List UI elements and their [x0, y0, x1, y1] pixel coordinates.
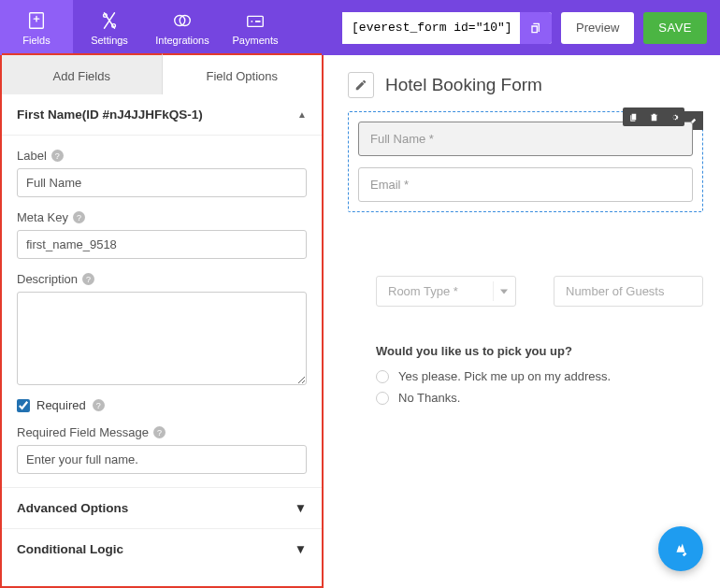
preview-field-email[interactable]: Email *	[358, 167, 693, 202]
accordion-advanced-label: Advanced Options	[17, 501, 128, 515]
shortcode-field	[342, 12, 552, 44]
tab-field-options[interactable]: Field Options	[163, 53, 323, 94]
preview-field-email-placeholder: Email *	[370, 178, 409, 192]
svg-point-6	[251, 21, 252, 22]
accordion-advanced-options[interactable]: Advanced Options ▼	[2, 487, 322, 528]
svg-rect-7	[255, 21, 261, 22]
nav-integrations[interactable]: Integrations	[146, 0, 219, 55]
nav-settings-label: Settings	[91, 35, 128, 46]
tab-add-fields[interactable]: Add Fields	[2, 53, 163, 94]
preview-field-roomtype[interactable]: Room Type *	[376, 276, 516, 307]
accordion-conditional-logic[interactable]: Conditional Logic ▼	[2, 528, 322, 569]
form-title: Hotel Booking Form	[385, 75, 542, 95]
help-icon[interactable]: ?	[73, 211, 85, 223]
preview-question-label: Would you like us to pick you up?	[376, 344, 703, 358]
nav-fields[interactable]: Fields	[0, 0, 73, 55]
label-description: Description	[17, 272, 78, 286]
field-delete-button[interactable]	[643, 108, 664, 126]
nav-payments-label: Payments	[233, 35, 279, 46]
copy-shortcode-button[interactable]	[520, 12, 552, 44]
field-duplicate-button[interactable]	[623, 108, 643, 126]
radio-icon	[376, 392, 389, 405]
chevron-up-icon: ▲	[297, 109, 307, 120]
theme-fab-button[interactable]	[658, 526, 703, 571]
edit-title-button[interactable]	[348, 72, 374, 98]
svg-point-1	[104, 13, 108, 17]
help-icon[interactable]: ?	[82, 273, 94, 285]
preview-radio-option-2[interactable]: No Thanks.	[376, 391, 703, 405]
label-input[interactable]	[17, 168, 307, 197]
left-panel: Add Fields Field Options First Name(ID #…	[0, 55, 324, 588]
preview-radio-label-2: No Thanks.	[398, 391, 460, 405]
preview-radio-option-1[interactable]: Yes please. Pick me up on my address.	[376, 369, 703, 383]
label-required: Required	[36, 398, 86, 412]
form-row[interactable]: Full Name * Email *	[348, 111, 703, 212]
help-icon[interactable]: ?	[51, 150, 64, 162]
chevron-down-icon: ▼	[295, 542, 307, 556]
preview-button[interactable]: Preview	[561, 12, 634, 44]
help-icon[interactable]: ?	[153, 426, 166, 438]
nav-payments[interactable]: Payments	[219, 0, 292, 55]
preview-field-guests[interactable]: Number of Guests	[554, 276, 703, 307]
shortcode-input[interactable]	[342, 12, 520, 44]
help-icon[interactable]: ?	[93, 399, 105, 411]
nav-fields-label: Fields	[22, 35, 50, 46]
accordion-field-title: First Name(ID #nJ4JJHFkQS-1)	[17, 108, 203, 122]
accordion-field-header[interactable]: First Name(ID #nJ4JJHFkQS-1) ▲	[2, 94, 322, 136]
svg-point-2	[112, 23, 116, 27]
form-preview: Hotel Booking Form Full Name * Email * R…	[324, 55, 720, 588]
required-checkbox[interactable]	[17, 399, 30, 412]
accordion-conditional-label: Conditional Logic	[17, 542, 123, 556]
nav-settings[interactable]: Settings	[73, 0, 146, 55]
label-label: Label	[17, 149, 47, 163]
metakey-input[interactable]	[17, 230, 307, 259]
preview-radio-label-1: Yes please. Pick me up on my address.	[398, 369, 611, 383]
nav-integrations-label: Integrations	[155, 35, 209, 46]
preview-field-fullname-placeholder: Full Name *	[370, 132, 434, 146]
field-settings-button[interactable]	[664, 108, 684, 126]
description-textarea[interactable]	[17, 292, 307, 385]
preview-field-fullname[interactable]: Full Name *	[358, 122, 693, 156]
chevron-down-icon: ▼	[295, 501, 307, 515]
required-msg-input[interactable]	[17, 445, 307, 474]
save-button[interactable]: SAVE	[643, 12, 707, 44]
label-metakey: Meta Key	[17, 210, 68, 224]
label-required-msg: Required Field Message	[17, 425, 149, 439]
field-toolbar	[623, 108, 684, 126]
radio-icon	[376, 370, 389, 383]
